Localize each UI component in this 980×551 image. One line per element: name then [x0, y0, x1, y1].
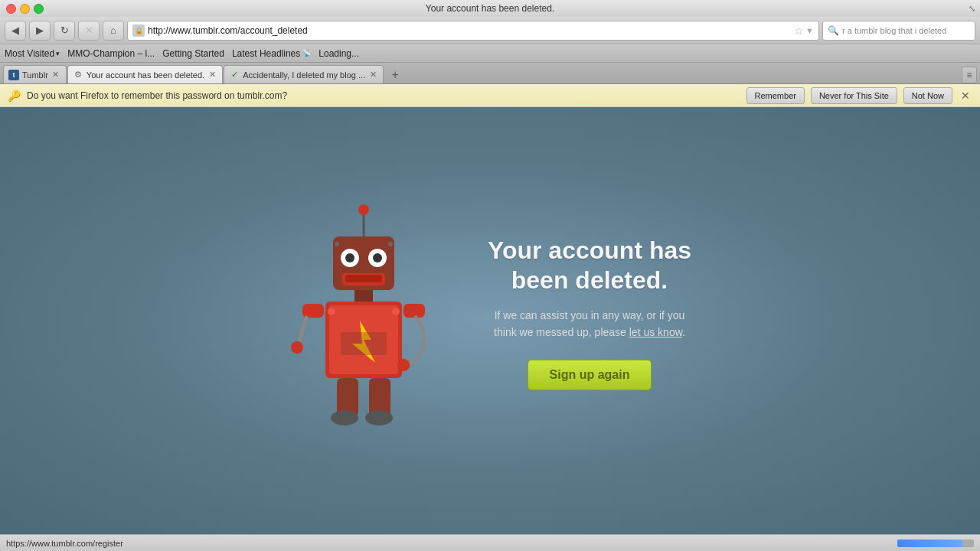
- new-tab-button[interactable]: +: [387, 67, 403, 83]
- svg-point-16: [291, 341, 303, 354]
- tab-tumblr[interactable]: t Tumblr ✕: [3, 65, 67, 83]
- svg-point-5: [345, 253, 354, 262]
- bookmark-most-visited[interactable]: Most Visited ▾: [5, 48, 60, 59]
- tab-favicon: ⚙: [73, 70, 83, 80]
- svg-rect-14: [302, 304, 324, 318]
- bookmark-mmo[interactable]: MMO-Champion – l...: [67, 48, 155, 59]
- not-now-button[interactable]: Not Now: [903, 87, 952, 104]
- tab-accidentally-deleted[interactable]: ✓ Accidentally, I deleted my blog ... ✕: [224, 65, 384, 83]
- svg-rect-17: [403, 304, 425, 318]
- url-bar[interactable]: 🔒 http://www.tumblr.com/account_deleted …: [127, 21, 819, 41]
- bookmark-label: Most Visited: [5, 48, 54, 59]
- rss-icon: 📡: [302, 49, 311, 57]
- nav-bar: ◀ ▶ ↻ ✕ ⌂ 🔒 http://www.tumblr.com/accoun…: [0, 17, 980, 44]
- svg-point-23: [335, 242, 339, 246]
- window-controls[interactable]: [6, 4, 44, 14]
- bookmark-label: Loading...: [318, 48, 359, 59]
- never-for-this-site-button[interactable]: Never for This Site: [811, 87, 897, 104]
- svg-rect-8: [345, 275, 382, 282]
- svg-point-1: [358, 204, 369, 215]
- bookmark-getting-started[interactable]: Getting Started: [162, 48, 224, 59]
- key-icon: 🔑: [8, 90, 21, 102]
- tabs-bar: t Tumblr ✕ ⚙ Your account has been delet…: [0, 63, 980, 84]
- tab-close-button[interactable]: ✕: [368, 70, 378, 80]
- maximize-button[interactable]: [34, 4, 44, 14]
- sign-up-again-button[interactable]: Sign up again: [528, 360, 652, 390]
- content-area: Your account has been deleted. If we can…: [287, 191, 693, 435]
- password-prompt-text: Do you want Firefox to remember this pas…: [27, 90, 740, 101]
- svg-rect-9: [354, 290, 373, 302]
- bookmark-star-icon[interactable]: ☆: [794, 24, 804, 37]
- home-button[interactable]: ⌂: [103, 21, 124, 41]
- stop-button[interactable]: ✕: [78, 21, 100, 41]
- tabs-right-controls: ≡: [962, 67, 977, 83]
- remember-button[interactable]: Remember: [746, 87, 805, 104]
- tab-label: Tumblr: [22, 70, 48, 80]
- svg-point-24: [388, 242, 393, 246]
- main-content: Your account has been deleted. If we can…: [0, 107, 980, 534]
- let-us-know-link[interactable]: let us know: [629, 326, 682, 338]
- tab-close-button[interactable]: ✕: [207, 70, 217, 80]
- password-bar: 🔑 Do you want Firefox to remember this p…: [0, 84, 980, 107]
- title-bar: Your account has been deleted. ⤡: [0, 0, 980, 17]
- bookmark-label: Latest Headlines: [232, 48, 300, 59]
- page-load-progress: [897, 540, 974, 547]
- url-favicon: 🔒: [132, 24, 145, 37]
- search-icon: 🔍: [828, 25, 839, 36]
- tab-label: Your account has been deleted.: [87, 70, 204, 80]
- bookmark-label: Getting Started: [162, 48, 224, 59]
- url-dropdown-icon[interactable]: ▼: [805, 26, 814, 35]
- svg-point-6: [373, 253, 382, 262]
- progress-fill: [897, 540, 962, 547]
- deleted-subtext: If we can assist you in any way, or if y…: [486, 307, 693, 341]
- search-bar[interactable]: 🔍 r a tumblr blog that i deleted: [822, 21, 975, 41]
- svg-line-15: [299, 318, 306, 344]
- tab-label: Accidentally, I deleted my blog ...: [243, 70, 365, 80]
- forward-button[interactable]: ▶: [29, 21, 51, 41]
- status-bar: https://www.tumblr.com/register: [0, 534, 980, 551]
- bookmark-arrow-icon: ▾: [56, 50, 60, 57]
- resize-icon: ⤡: [969, 4, 975, 14]
- status-url: https://www.tumblr.com/register: [6, 539, 897, 548]
- bookmark-loading[interactable]: Loading...: [318, 48, 359, 59]
- search-text: r a tumblr blog that i deleted: [842, 26, 965, 35]
- minimize-button[interactable]: [20, 4, 30, 14]
- svg-point-18: [397, 359, 410, 371]
- window-title: Your account has been deleted.: [426, 3, 554, 14]
- bookmarks-bar: Most Visited ▾ MMO-Champion – l... Getti…: [0, 44, 980, 63]
- svg-point-20: [331, 410, 358, 425]
- svg-point-22: [365, 410, 393, 425]
- deleted-heading: Your account has been deleted.: [486, 236, 693, 295]
- svg-point-25: [328, 308, 335, 315]
- message-area: Your account has been deleted. If we can…: [486, 236, 693, 390]
- tab-account-deleted[interactable]: ⚙ Your account has been deleted. ✕: [67, 65, 223, 83]
- svg-rect-13: [341, 332, 387, 355]
- bookmark-label: MMO-Champion – l...: [67, 48, 155, 59]
- tab-close-button[interactable]: ✕: [51, 70, 61, 80]
- svg-point-26: [392, 308, 400, 315]
- reload-button[interactable]: ↻: [54, 21, 75, 41]
- tab-favicon: t: [8, 70, 19, 80]
- bookmark-latest-headlines[interactable]: Latest Headlines 📡: [232, 48, 311, 59]
- robot-illustration: [287, 191, 440, 435]
- close-button[interactable]: [6, 4, 16, 14]
- password-bar-close-icon[interactable]: ✕: [959, 89, 972, 103]
- url-text: http://www.tumblr.com/account_deleted: [148, 25, 791, 36]
- tabs-scroll-button[interactable]: ≡: [962, 67, 977, 83]
- back-button[interactable]: ◀: [5, 21, 26, 41]
- tab-favicon: ✓: [229, 70, 240, 80]
